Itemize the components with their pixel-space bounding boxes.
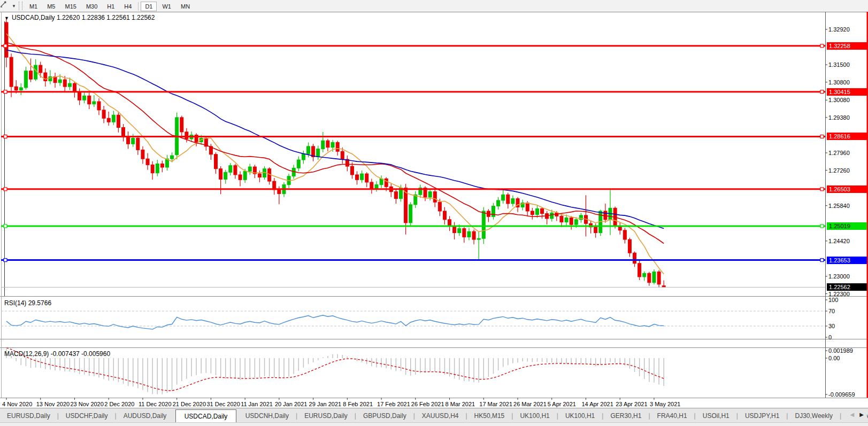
chart-tab-uk100-h1[interactable]: UK100,H1 xyxy=(513,409,556,422)
macd-indicator-label: MACD(12,26,9) -0.007437 -0.005960 xyxy=(4,350,110,358)
status-bar-strip xyxy=(0,422,868,426)
hline-price-label-1.30415: 1.30415 xyxy=(827,88,867,96)
chart-tab-dj30-weekly[interactable]: DJ30,Weekly xyxy=(788,409,839,422)
date-label: 26 Mar 2021 xyxy=(513,401,547,407)
price-tick-label: 1.30800 xyxy=(828,79,850,86)
date-label: 14 Apr 2021 xyxy=(581,401,613,407)
chart-tab-ger30-h1[interactable]: GER30,H1 xyxy=(603,409,648,422)
date-label: 5 Apr 2021 xyxy=(548,401,576,407)
current-price-label: 1.22562 xyxy=(827,283,867,291)
tab-scroll-left-icon[interactable]: ◀ xyxy=(850,412,855,417)
price-tick-label: 1.32920 xyxy=(828,26,850,33)
date-label: 21 Dec 2020 xyxy=(173,401,206,407)
price-tick-label: 1.30080 xyxy=(828,97,850,103)
chart-tab-usdcad-daily[interactable]: USDCAD,Daily xyxy=(175,409,237,423)
macd-tick-label: 0.00 xyxy=(828,355,840,361)
chart-tab-eurusd-daily[interactable]: EURUSD,Daily xyxy=(0,409,57,422)
candlestick-chart[interactable] xyxy=(0,0,868,408)
price-tick-label: 1.24420 xyxy=(828,238,850,244)
rsi-tick-label: 70 xyxy=(828,308,835,314)
chart-tab-fra40-h1[interactable]: FRA40,H1 xyxy=(650,409,694,422)
date-label: 13 Nov 2020 xyxy=(36,401,70,407)
rsi-tick-label: 30 xyxy=(828,323,835,329)
macd-tick-label: -0.009659 xyxy=(828,391,855,398)
date-label: 11 Jan 2021 xyxy=(241,401,273,407)
hline-price-label-1.23653: 1.23653 xyxy=(827,257,867,264)
trading-terminal-window: ▼ M1M5M15M30H1H4D1W1MN ▼USDCAD,Daily 1.2… xyxy=(0,0,868,426)
symbol-ohlc-text: USDCAD,Daily 1.22620 1.22836 1.22561 1.2… xyxy=(12,14,155,21)
hline-price-label-1.25019: 1.25019 xyxy=(827,222,867,230)
price-tick-label: 1.27260 xyxy=(828,167,850,174)
rsi-tick-label: 100 xyxy=(828,297,838,303)
price-tick-label: 1.22300 xyxy=(828,291,850,297)
rsi-indicator-label: RSI(14) 29.5766 xyxy=(4,299,51,307)
chart-tab-gbpusd-daily[interactable]: GBPUSD,Daily xyxy=(356,409,413,422)
tab-scroll-arrows: ◀ ▶ xyxy=(847,410,867,419)
chart-tab-xauusd-h4[interactable]: XAUUSD,H4 xyxy=(415,409,466,422)
candles-layer xyxy=(5,18,665,288)
hline-price-label-1.26503: 1.26503 xyxy=(827,185,867,193)
date-label: 17 Feb 2021 xyxy=(377,401,410,407)
date-label: 17 Mar 2021 xyxy=(479,401,512,407)
chart-tab-usoil-h1[interactable]: USOil,H1 xyxy=(696,409,736,422)
chart-tab-uk100-h1[interactable]: UK100,H1 xyxy=(558,409,602,422)
date-label: 11 Dec 2020 xyxy=(139,401,172,407)
price-tick-label: 1.31500 xyxy=(828,61,850,68)
chart-tab-usdchf-daily[interactable]: USDCHF,Daily xyxy=(59,409,115,422)
date-label: 2 Dec 2020 xyxy=(104,401,134,407)
price-axis-ticks xyxy=(6,29,827,400)
hline-1.23653[interactable] xyxy=(1,259,825,262)
ma-slow-line xyxy=(6,50,664,229)
tab-scroll-right-icon[interactable]: ▶ xyxy=(859,412,864,417)
ma-mid-line xyxy=(6,43,664,244)
date-label: 26 Feb 2021 xyxy=(411,401,444,407)
price-tick-label: 1.29380 xyxy=(828,114,850,121)
price-tick-label: 1.25840 xyxy=(828,203,850,209)
hline-1.32258[interactable] xyxy=(1,44,825,48)
hline-1.30415[interactable] xyxy=(1,90,825,94)
hline-1.25019[interactable] xyxy=(1,224,825,228)
chart-tab-usdcnh-daily[interactable]: USDCNH,Daily xyxy=(239,409,296,422)
chart-tab-audusd-daily[interactable]: AUDUSD,Daily xyxy=(117,409,174,422)
date-label: 23 Apr 2021 xyxy=(616,401,647,407)
rsi-line xyxy=(6,315,664,329)
date-label: 29 Jan 2021 xyxy=(309,401,342,407)
rsi-tick-label: 0 xyxy=(828,334,832,340)
macd-tick-label: 0.001989 xyxy=(828,347,853,354)
date-label: 20 Jan 2021 xyxy=(275,401,308,407)
price-tick-label: 1.27960 xyxy=(828,150,850,156)
date-label: 3 May 2021 xyxy=(650,401,680,407)
ma-fast-line xyxy=(6,34,664,274)
chart-tab-hk50-m15[interactable]: HK50,M15 xyxy=(467,409,512,422)
chart-symbol-header[interactable]: ▼USDCAD,Daily 1.22620 1.22836 1.22561 1.… xyxy=(4,14,155,21)
price-tick-label: 1.23000 xyxy=(828,273,850,280)
date-label: 8 Feb 2021 xyxy=(343,401,373,407)
date-label: 4 Nov 2020 xyxy=(2,401,32,407)
chart-tab-bar: EURUSD,Daily|USDCHF,Daily|AUDUSD,Daily U… xyxy=(0,408,868,423)
date-label: 23 Nov 2020 xyxy=(70,401,103,407)
chart-tab-eurusd-daily[interactable]: EURUSD,Daily xyxy=(297,409,355,422)
chart-tab-usdjpy-h1[interactable]: USDJPY,H1 xyxy=(738,409,786,422)
symbol-dropdown-icon[interactable]: ▼ xyxy=(4,16,9,21)
hline-price-label-1.28616: 1.28616 xyxy=(827,133,867,140)
pane-borders xyxy=(0,12,868,398)
hline-1.26503[interactable] xyxy=(1,188,825,191)
hline-price-label-1.32258: 1.32258 xyxy=(827,42,867,50)
date-label: 31 Dec 2020 xyxy=(206,401,240,407)
date-label: 8 Mar 2021 xyxy=(445,401,475,407)
